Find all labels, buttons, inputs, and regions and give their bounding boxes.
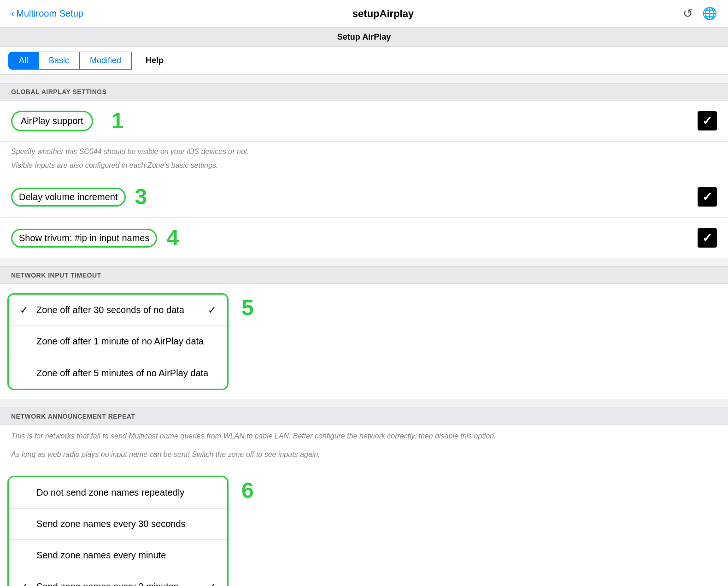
ann-opt2-label: Send zone names every 30 seconds [36, 519, 216, 529]
globe-icon[interactable]: 🌐 [702, 6, 717, 21]
delay-volume-row: Delay volume increment 3 ✓ [0, 177, 728, 218]
network-timeout-group: ✓ Zone off after 30 seconds of no data ✓… [0, 284, 728, 399]
show-trivum-row: Show trivum: #ip in input names 4 ✓ [0, 218, 728, 258]
ann-opt1-row[interactable]: Do not send zone names repeatedly [9, 477, 227, 509]
nav-actions: ↺ 🌐 [683, 6, 717, 21]
back-chevron-icon: ‹ [11, 9, 14, 19]
page-title: setupAirplay [352, 8, 414, 20]
ann-opt3-row[interactable]: Send zone names every minute [9, 540, 227, 571]
timeout-opt1-row[interactable]: ✓ Zone off after 30 seconds of no data ✓ [9, 295, 227, 326]
show-trivum-checkbox[interactable]: ✓ [698, 228, 717, 248]
tab-basic[interactable]: Basic [39, 52, 80, 70]
timeout-opt2-row[interactable]: Zone off after 1 minute of no AirPlay da… [9, 326, 227, 357]
announcement-desc1: This is for networks that fail to send M… [0, 425, 728, 444]
tab-help[interactable]: Help [135, 52, 174, 69]
ann-opt2-row[interactable]: Send zone names every 30 seconds [9, 509, 227, 540]
global-airplay-header: GLOBAL AIRPLAY SETTINGS [0, 83, 728, 101]
badge-3: 3 [135, 186, 147, 208]
global-airplay-group: AirPlay support 1 ✓ Specify whether this… [0, 101, 728, 258]
checkmark-icon: ✓ [702, 115, 712, 127]
timeout-opt1-label: Zone off after 30 seconds of no data [36, 305, 208, 315]
checkmark-icon: ✓ [702, 232, 712, 244]
network-announcement-header: NETWORK ANNOUNCEMENT REPEAT [0, 408, 728, 425]
airplay-support-label: AirPlay support [11, 111, 93, 131]
ann-opt4-row[interactable]: ✓ Send zone names every 3 minutes ✓ [9, 571, 227, 586]
announcement-options: Do not send zone names repeatedly Send z… [7, 476, 229, 586]
timeout-opt2-label: Zone off after 1 minute of no AirPlay da… [36, 336, 216, 347]
timeout-opt3-row[interactable]: Zone off after 5 minutes of no AirPlay d… [9, 357, 227, 389]
radio-check-right-icon: ✓ [208, 304, 216, 316]
back-label: Multiroom Setup [16, 8, 83, 19]
badge-4: 4 [166, 227, 179, 249]
tab-modified[interactable]: Modified [80, 52, 132, 70]
network-timeout-header: NETWORK INPUT TIMEOUT [0, 266, 728, 284]
airplay-support-label-group: AirPlay support 1 [11, 110, 123, 132]
ann-opt4-label: Send zone names every 3 minutes [36, 581, 208, 586]
checkmark-icon: ✓ [702, 191, 712, 203]
airplay-desc2: Visible Inputs are also configured in ea… [0, 160, 728, 177]
filter-tabs: All Basic Modified Help [0, 47, 728, 75]
network-announcement-group: This is for networks that fail to send M… [0, 425, 728, 586]
delay-volume-checkbox[interactable]: ✓ [698, 187, 717, 207]
badge-1: 1 [112, 110, 124, 132]
network-timeout-options: ✓ Zone off after 30 seconds of no data ✓… [7, 293, 229, 390]
badge-6: 6 [241, 470, 254, 502]
timeout-opt3-label: Zone off after 5 minutes of no AirPlay d… [36, 368, 216, 379]
refresh-icon[interactable]: ↺ [683, 6, 693, 21]
back-button[interactable]: ‹ Multiroom Setup [11, 8, 83, 19]
badge-5: 5 [241, 288, 254, 319]
airplay-desc1: Specify whether this SC044 should be vis… [0, 142, 728, 160]
radio-check-left-icon: ✓ [20, 304, 36, 316]
airplay-support-checkbox[interactable]: ✓ [698, 111, 717, 130]
show-trivum-label: Show trivum: #ip in input names [11, 229, 157, 248]
ann-opt1-label: Do not send zone names repeatedly [36, 487, 216, 498]
radio-check-left-icon: ✓ [20, 581, 36, 586]
announcement-desc2: As long as web radio plays no input name… [0, 444, 728, 467]
delay-volume-label: Delay volume increment [11, 188, 126, 207]
airplay-support-row: AirPlay support 1 ✓ [0, 101, 728, 142]
tab-all[interactable]: All [8, 52, 39, 70]
ann-opt3-label: Send zone names every minute [36, 550, 216, 561]
section-header: Setup AirPlay [0, 28, 728, 47]
nav-bar: ‹ Multiroom Setup setupAirplay ↺ 🌐 [0, 0, 728, 28]
radio-check-right-icon: ✓ [208, 581, 216, 586]
